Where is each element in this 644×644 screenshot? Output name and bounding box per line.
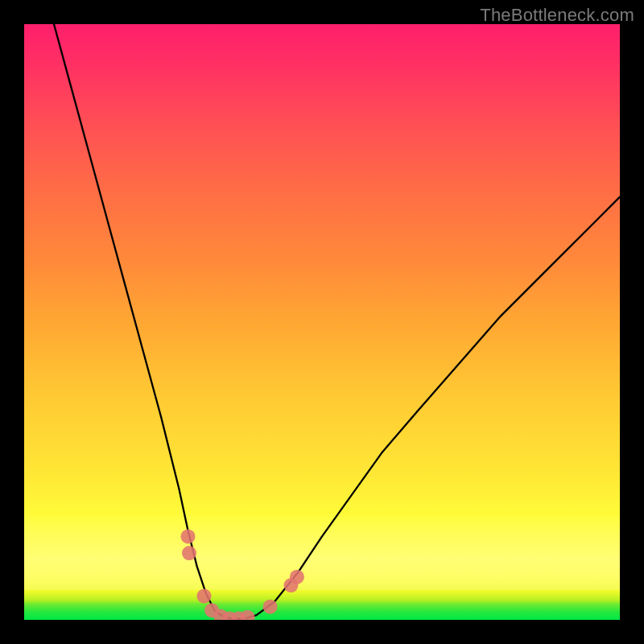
curve-marker — [290, 570, 304, 584]
curve-marker — [263, 600, 278, 614]
curve-marker — [196, 588, 211, 603]
chart-curve-svg — [24, 24, 620, 620]
chart-frame — [24, 24, 620, 620]
curve-marker — [181, 529, 196, 543]
bottleneck-curve-path — [54, 24, 620, 619]
curve-marker — [182, 546, 196, 560]
curve-marker — [241, 610, 255, 620]
watermark-text: TheBottleneck.com — [480, 5, 634, 26]
